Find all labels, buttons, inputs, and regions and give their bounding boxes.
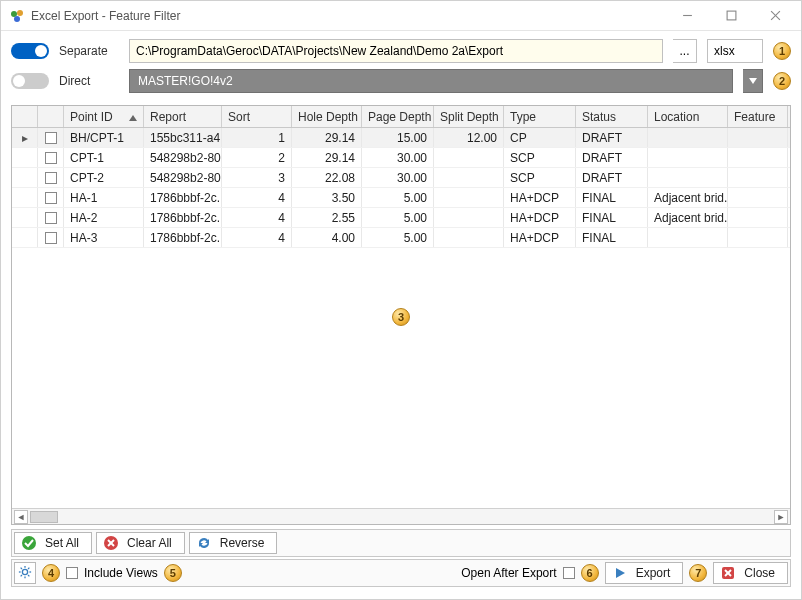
table-row[interactable]: ▸BH/CPT-1155bc311-a4...129.1415.0012.00C… — [12, 128, 790, 148]
col-hole-depth[interactable]: Hole Depth — [292, 106, 362, 127]
row-indicator — [12, 208, 38, 227]
col-label: Point ID — [70, 110, 113, 124]
col-split-depth[interactable]: Split Depth — [434, 106, 504, 127]
maximize-button[interactable] — [709, 2, 753, 30]
close-window-button[interactable] — [753, 2, 797, 30]
col-feature[interactable]: Feature — [728, 106, 788, 127]
include-views-label: Include Views — [84, 566, 158, 580]
table-row[interactable]: HA-31786bbbf-2c...44.005.00HA+DCPFINAL — [12, 228, 790, 248]
clear-all-button[interactable]: Clear All — [96, 532, 185, 554]
svg-point-2 — [14, 16, 20, 22]
cell-sort: 4 — [222, 208, 292, 227]
svg-marker-8 — [129, 115, 137, 121]
open-after-export-checkbox[interactable] — [563, 567, 575, 579]
cell-status: FINAL — [576, 228, 648, 247]
cell-hole-depth: 29.14 — [292, 128, 362, 147]
close-icon — [720, 565, 736, 581]
col-location[interactable]: Location — [648, 106, 728, 127]
cell-location — [648, 128, 728, 147]
horizontal-scrollbar[interactable]: ◄ ► — [12, 508, 790, 524]
settings-button[interactable] — [14, 562, 36, 584]
cell-split-depth — [434, 148, 504, 167]
svg-point-0 — [11, 11, 17, 17]
cell-sort: 4 — [222, 228, 292, 247]
export-path-input[interactable]: C:\ProgramData\Geroc\DATA\Projects\New Z… — [129, 39, 663, 63]
row-checkbox[interactable] — [45, 232, 57, 244]
template-select[interactable]: MASTER!GO!4v2 — [129, 69, 733, 93]
close-button[interactable]: Close — [713, 562, 788, 584]
direct-toggle[interactable] — [11, 73, 49, 89]
cell-page-depth: 30.00 — [362, 148, 434, 167]
row-checkbox[interactable] — [45, 152, 57, 164]
cell-point-id: HA-2 — [64, 208, 144, 227]
row-checkbox-cell — [38, 128, 64, 147]
scroll-right-button[interactable]: ► — [774, 510, 788, 524]
template-dropdown-arrow[interactable] — [743, 69, 763, 93]
svg-line-18 — [21, 567, 22, 568]
browse-button[interactable]: ... — [673, 39, 697, 63]
cell-type: HA+DCP — [504, 188, 576, 207]
col-point-id[interactable]: Point ID — [64, 106, 144, 127]
footer-bar: 4 Include Views 5 Open After Export 6 Ex… — [11, 559, 791, 587]
selection-toolbar: Set All Clear All Reverse — [11, 529, 791, 557]
callout-5: 5 — [164, 564, 182, 582]
reverse-button[interactable]: Reverse — [189, 532, 278, 554]
cell-split-depth: 12.00 — [434, 128, 504, 147]
app-icon — [9, 8, 25, 24]
cell-report: 1786bbbf-2c... — [144, 208, 222, 227]
table-row[interactable]: CPT-2548298b2-80...322.0830.00SCPDRAFT — [12, 168, 790, 188]
cell-status: DRAFT — [576, 128, 648, 147]
include-views-checkbox[interactable] — [66, 567, 78, 579]
scroll-thumb[interactable] — [30, 511, 58, 523]
scroll-left-button[interactable]: ◄ — [14, 510, 28, 524]
cell-hole-depth: 2.55 — [292, 208, 362, 227]
callout-1: 1 — [773, 42, 791, 60]
col-sort[interactable]: Sort — [222, 106, 292, 127]
cell-point-id: BH/CPT-1 — [64, 128, 144, 147]
separate-toggle[interactable] — [11, 43, 49, 59]
data-grid: Point ID Report Sort Hole Depth Page Dep… — [11, 105, 791, 525]
row-checkbox-cell — [38, 188, 64, 207]
minimize-button[interactable] — [665, 2, 709, 30]
row-checkbox[interactable] — [45, 212, 57, 224]
row-checkbox-cell — [38, 228, 64, 247]
table-row[interactable]: CPT-1548298b2-80...229.1430.00SCPDRAFT — [12, 148, 790, 168]
cancel-circle-icon — [103, 535, 119, 551]
cell-location — [648, 148, 728, 167]
cell-sort: 1 — [222, 128, 292, 147]
separate-label: Separate — [59, 44, 119, 58]
cell-status: DRAFT — [576, 148, 648, 167]
col-status[interactable]: Status — [576, 106, 648, 127]
window-title: Excel Export - Feature Filter — [31, 9, 665, 23]
extension-input[interactable]: xlsx — [707, 39, 763, 63]
cell-report: 548298b2-80... — [144, 168, 222, 187]
cell-report: 1786bbbf-2c... — [144, 188, 222, 207]
table-row[interactable]: HA-21786bbbf-2c...42.555.00HA+DCPFINALAd… — [12, 208, 790, 228]
col-report[interactable]: Report — [144, 106, 222, 127]
grid-body: ▸BH/CPT-1155bc311-a4...129.1415.0012.00C… — [12, 128, 790, 508]
cell-point-id: CPT-2 — [64, 168, 144, 187]
scroll-track[interactable] — [28, 511, 774, 523]
table-row[interactable]: HA-11786bbbf-2c...43.505.00HA+DCPFINALAd… — [12, 188, 790, 208]
row-checkbox[interactable] — [45, 132, 57, 144]
cell-status: DRAFT — [576, 168, 648, 187]
cell-type: SCP — [504, 168, 576, 187]
cell-hole-depth: 22.08 — [292, 168, 362, 187]
cell-sort: 4 — [222, 188, 292, 207]
open-after-export-label: Open After Export — [461, 566, 556, 580]
grid-header: Point ID Report Sort Hole Depth Page Dep… — [12, 106, 790, 128]
callout-6: 6 — [581, 564, 599, 582]
col-page-depth[interactable]: Page Depth — [362, 106, 434, 127]
svg-line-20 — [28, 567, 29, 568]
options-panel: Separate C:\ProgramData\Geroc\DATA\Proje… — [1, 31, 801, 105]
row-checkbox[interactable] — [45, 192, 57, 204]
svg-marker-7 — [749, 78, 757, 84]
button-label: Export — [636, 566, 671, 580]
export-button[interactable]: Export — [605, 562, 684, 584]
cell-type: CP — [504, 128, 576, 147]
cell-feature — [728, 168, 788, 187]
col-type[interactable]: Type — [504, 106, 576, 127]
row-checkbox[interactable] — [45, 172, 57, 184]
cell-report: 155bc311-a4... — [144, 128, 222, 147]
set-all-button[interactable]: Set All — [14, 532, 92, 554]
